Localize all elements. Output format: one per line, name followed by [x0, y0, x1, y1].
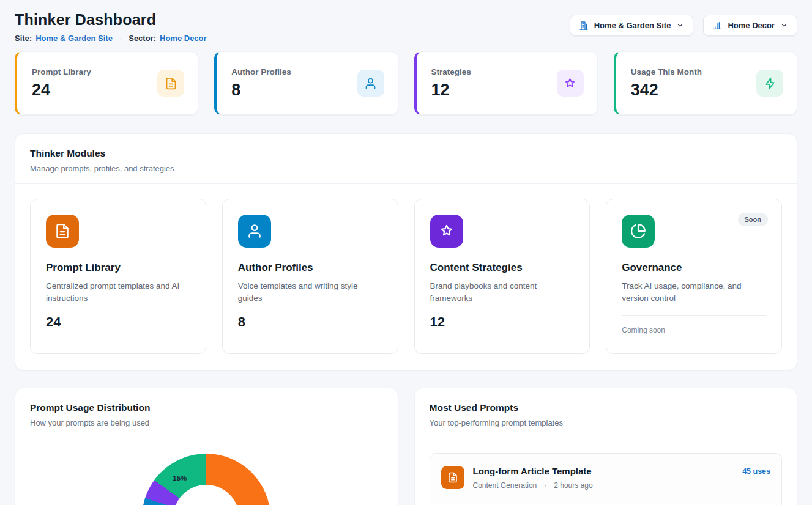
user-icon	[357, 70, 384, 97]
modules-grid: Prompt Library Centralized prompt templa…	[15, 184, 797, 370]
sparkle-star-icon	[557, 70, 584, 97]
prompt-item-body: Long-form Article Template Content Gener…	[473, 466, 593, 490]
module-title: Governance	[622, 262, 766, 274]
module-count: 12	[430, 314, 575, 330]
panel-title: Most Used Prompts	[430, 402, 783, 413]
panel-subtitle: Your top-performing prompt templates	[430, 418, 783, 427]
stat-card-author-profiles: Author Profiles 8	[214, 51, 398, 115]
stat-label: Strategies	[431, 67, 471, 76]
document-icon	[157, 70, 184, 97]
breadcrumb: Site: Home & Garden Site · Sector: Home …	[15, 34, 207, 43]
stat-value: 8	[231, 81, 291, 100]
stat-text: Usage This Month 342	[631, 67, 702, 100]
panel-subtitle: Manage prompts, profiles, and strategies	[30, 164, 782, 173]
donut-chart: 15%	[142, 454, 270, 505]
module-count: 8	[238, 314, 382, 330]
stat-text: Prompt Library 24	[32, 67, 91, 100]
prompt-uses-badge: 45 uses	[742, 467, 770, 476]
prompt-category: Content Generation	[473, 481, 537, 490]
page-header: Thinker Dashboard Site: Home & Garden Si…	[15, 11, 797, 43]
header-left: Thinker Dashboard Site: Home & Garden Si…	[15, 11, 207, 43]
meta-separator: ·	[119, 34, 122, 43]
chevron-down-icon	[676, 21, 684, 29]
bottom-row: Prompt Usage Distribution How your promp…	[15, 388, 797, 505]
lightning-icon	[756, 70, 783, 97]
prompt-meta: Content Generation · 2 hours ago	[473, 481, 593, 490]
soon-badge: Soon	[738, 213, 769, 226]
module-title: Content Strategies	[430, 262, 575, 274]
most-used-panel: Most Used Prompts Your top-performing pr…	[414, 388, 798, 505]
panel-head: Thinker Modules Manage prompts, profiles…	[15, 134, 797, 184]
stat-label: Usage This Month	[631, 67, 702, 76]
stat-label: Author Profiles	[231, 67, 291, 76]
donut-hole	[173, 485, 239, 505]
stat-value: 24	[32, 81, 91, 100]
thinker-dashboard-page: Thinker Dashboard Site: Home & Garden Si…	[0, 0, 812, 505]
module-description: Brand playbooks and content frameworks	[430, 280, 575, 305]
sector-label: Sector:	[129, 34, 156, 43]
site-label: Site:	[15, 34, 32, 43]
module-description: Voice templates and writing style guides	[238, 280, 382, 305]
module-description: Centralized prompt templates and AI inst…	[46, 280, 190, 305]
site-dropdown[interactable]: Home & Garden Site	[570, 15, 694, 36]
panel-head: Most Used Prompts Your top-performing pr…	[415, 388, 797, 438]
header-toolbar: Home & Garden Site Home Decor	[570, 15, 797, 36]
module-title: Prompt Library	[46, 262, 190, 274]
prompt-usage-panel: Prompt Usage Distribution How your promp…	[15, 388, 398, 505]
panel-title: Prompt Usage Distribution	[30, 402, 383, 413]
panel-head: Prompt Usage Distribution How your promp…	[15, 388, 398, 438]
stat-value: 12	[431, 81, 471, 100]
user-icon	[238, 215, 271, 248]
stat-card-prompt-library: Prompt Library 24	[15, 51, 198, 115]
donut-chart-area: 15%	[15, 438, 398, 505]
document-icon	[46, 215, 79, 248]
chevron-down-icon	[780, 21, 788, 29]
thinker-modules-panel: Thinker Modules Manage prompts, profiles…	[15, 133, 797, 370]
coming-soon-text: Coming soon	[622, 315, 766, 334]
building-icon	[579, 21, 589, 31]
module-title: Author Profiles	[238, 262, 382, 274]
module-card-content-strategies[interactable]: Content Strategies Brand playbooks and c…	[414, 199, 590, 354]
prompt-time: 2 hours ago	[554, 481, 592, 490]
stat-card-strategies: Strategies 12	[414, 51, 598, 115]
module-card-author-profiles[interactable]: Author Profiles Voice templates and writ…	[222, 199, 398, 354]
stat-label: Prompt Library	[32, 67, 91, 76]
site-link[interactable]: Home & Garden Site	[35, 34, 113, 43]
pie-chart-icon	[622, 215, 655, 248]
prompt-title: Long-form Article Template	[473, 466, 593, 476]
sector-dropdown[interactable]: Home Decor	[703, 15, 797, 36]
sparkle-star-icon	[430, 215, 463, 248]
module-description: Track AI usage, compliance, and version …	[622, 280, 766, 305]
site-dropdown-label: Home & Garden Site	[594, 21, 671, 30]
stats-row: Prompt Library 24 Author Profiles 8 Stra…	[15, 51, 797, 115]
stat-text: Strategies 12	[431, 67, 471, 100]
panel-title: Thinker Modules	[30, 148, 782, 159]
module-card-prompt-library[interactable]: Prompt Library Centralized prompt templa…	[30, 199, 206, 354]
donut-slice-label: 15%	[173, 474, 187, 482]
module-count: 24	[46, 314, 190, 330]
panel-subtitle: How your prompts are being used	[30, 418, 383, 427]
stat-text: Author Profiles 8	[231, 67, 291, 100]
prompt-list-item[interactable]: Long-form Article Template Content Gener…	[430, 453, 783, 505]
module-card-governance[interactable]: Soon Governance Track AI usage, complian…	[606, 199, 782, 354]
sector-dropdown-label: Home Decor	[728, 21, 775, 30]
prompt-list: Long-form Article Template Content Gener…	[415, 438, 797, 505]
meta-separator: ·	[544, 481, 546, 490]
bar-chart-icon	[712, 21, 722, 31]
document-icon	[441, 466, 464, 489]
page-title: Thinker Dashboard	[15, 11, 207, 29]
sector-link[interactable]: Home Decor	[160, 34, 207, 43]
stat-card-usage: Usage This Month 342	[614, 51, 797, 115]
stat-value: 342	[631, 81, 702, 100]
